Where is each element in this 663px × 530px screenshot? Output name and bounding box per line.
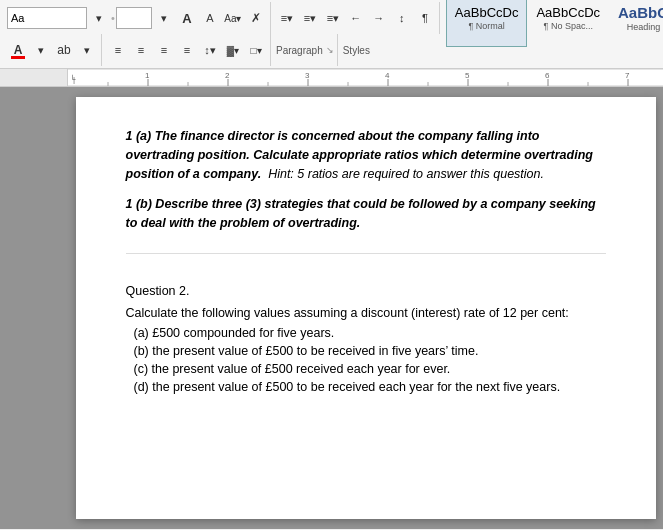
- clear-format-button[interactable]: ✗: [245, 7, 267, 29]
- grow-font-button[interactable]: A: [176, 7, 198, 29]
- q1a-hint: Hint: 5 ratios are required to answer th…: [268, 167, 544, 181]
- styles-label: Styles: [343, 45, 370, 56]
- align-center-button[interactable]: ≡: [130, 39, 152, 61]
- font-group: ▾ • ▾ A A Aa▾ ✗: [4, 2, 271, 34]
- question-2-item-c: (c) the present value of £500 received e…: [126, 362, 606, 376]
- svg-text:1: 1: [145, 71, 150, 80]
- align-left-button[interactable]: ≡: [107, 39, 129, 61]
- style-no-space-preview: AaBbCcDc: [536, 6, 600, 19]
- question-2-item-d: (d) the present value of £500 to be rece…: [126, 380, 606, 394]
- shrink-font-button[interactable]: A: [199, 7, 221, 29]
- page: 1 (a) The finance director is concerned …: [76, 97, 656, 519]
- font-color-button[interactable]: A: [7, 39, 29, 61]
- shading-button[interactable]: ▓▾: [222, 39, 244, 61]
- style-normal-label: ¶ Normal: [468, 21, 504, 31]
- paragraph-expand[interactable]: ↘: [326, 45, 334, 55]
- font-size-input[interactable]: [116, 7, 152, 29]
- style-normal-preview: AaBbCcDc: [455, 6, 519, 19]
- svg-text:4: 4: [385, 71, 390, 80]
- justify-button[interactable]: ≡: [176, 39, 198, 61]
- question-2-intro: Calculate the following values assuming …: [126, 306, 606, 320]
- styles-gallery: AaBbCcDc ¶ Normal AaBbCcDc ¶ No Spac... …: [446, 0, 663, 47]
- question-2-item-a: (a) £500 compounded for five years.: [126, 326, 606, 340]
- numbering-button[interactable]: ≡▾: [299, 7, 321, 29]
- style-h1-preview: AaBbCc: [618, 5, 663, 20]
- ruler-area: | 1 2 3 4 5 6 7: [0, 69, 663, 87]
- bullets-button[interactable]: ≡▾: [276, 7, 298, 29]
- decrease-indent-button[interactable]: ←: [345, 7, 367, 29]
- style-no-space-label: ¶ No Spac...: [544, 21, 593, 31]
- svg-text:└: └: [70, 74, 76, 84]
- ruler-side: [0, 69, 68, 86]
- paragraph-label-group: Paragraph ↘: [273, 34, 338, 66]
- font-size-dropdown[interactable]: ▾: [153, 7, 175, 29]
- q1b-bold: 1 (b) Describe three (3) strategies that…: [126, 197, 596, 230]
- style-no-space[interactable]: AaBbCcDc ¶ No Spac...: [527, 0, 609, 47]
- svg-rect-0: [68, 69, 663, 86]
- align-right-button[interactable]: ≡: [153, 39, 175, 61]
- svg-text:6: 6: [545, 71, 550, 80]
- border-button[interactable]: □▾: [245, 39, 267, 61]
- highlight-dropdown[interactable]: ▾: [76, 39, 98, 61]
- font-format-group: A ▾ ab ▾: [4, 34, 102, 66]
- font-name-input[interactable]: [7, 7, 87, 29]
- sort-button[interactable]: ↕: [391, 7, 413, 29]
- style-h1-label: Heading 1: [627, 22, 663, 32]
- multilevel-button[interactable]: ≡▾: [322, 7, 344, 29]
- question-2-item-b: (b) the present value of £500 to be rece…: [126, 344, 606, 358]
- styles-label-group: Styles: [340, 34, 373, 66]
- svg-text:7: 7: [625, 71, 630, 80]
- style-normal[interactable]: AaBbCcDc ¶ Normal: [446, 0, 528, 47]
- align-group: ≡ ≡ ≡ ≡ ↕▾ ▓▾ □▾: [104, 34, 271, 66]
- question-2-title: Question 2.: [126, 284, 606, 298]
- font-name-dropdown[interactable]: ▾: [88, 7, 110, 29]
- svg-text:5: 5: [465, 71, 470, 80]
- doc-content[interactable]: 1 (a) The finance director is concerned …: [68, 87, 663, 529]
- line-spacing-button[interactable]: ↕▾: [199, 39, 221, 61]
- svg-text:2: 2: [225, 71, 230, 80]
- style-h1[interactable]: AaBbCc Heading 1: [609, 0, 663, 47]
- change-case-button[interactable]: Aa▾: [222, 7, 244, 29]
- toolbar: ▾ • ▾ A A Aa▾ ✗ ≡▾ ≡▾ ≡▾ ← → ↕ ¶ AaBbCcD…: [0, 0, 663, 69]
- document-area: 1 (a) The finance director is concerned …: [0, 87, 663, 529]
- toolbar-row1: ▾ • ▾ A A Aa▾ ✗ ≡▾ ≡▾ ≡▾ ← → ↕ ¶ AaBbCcD…: [4, 2, 659, 34]
- ruler-main: | 1 2 3 4 5 6 7: [68, 69, 663, 86]
- list-group: ≡▾ ≡▾ ≡▾ ← → ↕ ¶: [273, 2, 440, 34]
- question-2-section: Question 2. Calculate the following valu…: [126, 274, 606, 394]
- doc-sidebar: [0, 87, 68, 529]
- question-1a-text: 1 (a) The finance director is concerned …: [126, 127, 606, 183]
- highlight-button[interactable]: ab: [53, 39, 75, 61]
- question-1b-text: 1 (b) Describe three (3) strategies that…: [126, 195, 606, 233]
- svg-text:3: 3: [305, 71, 310, 80]
- paragraph-label: Paragraph: [276, 45, 323, 56]
- increase-indent-button[interactable]: →: [368, 7, 390, 29]
- question-1-section: 1 (a) The finance director is concerned …: [126, 127, 606, 254]
- show-para-button[interactable]: ¶: [414, 7, 436, 29]
- font-color-dropdown[interactable]: ▾: [30, 39, 52, 61]
